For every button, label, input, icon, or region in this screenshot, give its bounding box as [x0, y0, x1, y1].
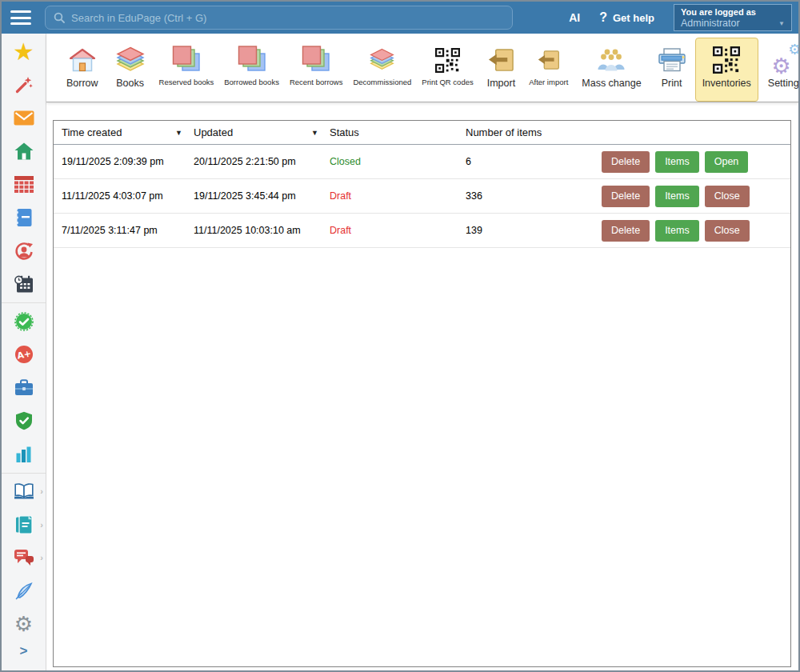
sidebar-expand-button[interactable]: >	[2, 641, 46, 662]
toolbar-item-mass-change[interactable]: Mass change	[574, 38, 648, 102]
sidebar-item-settings[interactable]: ⚙	[2, 608, 46, 642]
book-stack-icon	[369, 42, 395, 78]
quill-icon	[14, 582, 34, 601]
cell-status: Draft	[330, 190, 466, 202]
house-icon	[69, 42, 96, 78]
magic-wand-icon	[14, 75, 34, 94]
toolbar-item-recent-borrows[interactable]: Recent borrows	[286, 38, 347, 102]
sidebar-item-timetable[interactable]	[2, 168, 46, 202]
column-header-number-of-items: Number of items	[466, 126, 602, 138]
sidebar-item-chat[interactable]: ›	[2, 542, 46, 575]
sidebar-item-favorites[interactable]: ★	[2, 35, 46, 69]
stacked-cards-icon	[172, 42, 201, 78]
cell-number-of-items: 336	[466, 190, 602, 202]
sidebar-item-security[interactable]	[2, 405, 46, 438]
table-row: 19/11/2025 2:09:39 pm 20/11/2025 2:21:50…	[54, 145, 790, 179]
column-header-time-created: Time created ▼	[62, 126, 194, 138]
cell-updated: 19/11/2025 3:45:44 pm	[194, 190, 330, 202]
cell-time-created: 19/11/2025 2:09:39 pm	[62, 156, 194, 167]
close-button[interactable]: Close	[705, 220, 750, 242]
table-header-row: Time created ▼ Updated ▼ Status Number o…	[54, 121, 790, 145]
inventories-content: Time created ▼ Updated ▼ Status Number o…	[46, 102, 798, 670]
attendance-check-icon	[14, 312, 34, 331]
column-header-status: Status	[330, 126, 466, 138]
toolbar-item-borrowed-books[interactable]: Borrowed books	[220, 38, 283, 102]
items-button[interactable]: Items	[655, 186, 699, 207]
sidebar-divider	[2, 302, 46, 303]
sidebar-item-wizard[interactable]	[2, 69, 46, 102]
open-button[interactable]: Open	[705, 151, 749, 173]
get-help-button[interactable]: ? Get help	[599, 10, 654, 25]
inventories-table: Time created ▼ Updated ▼ Status Number o…	[53, 120, 791, 667]
cell-status: Draft	[330, 225, 466, 236]
sidebar-item-documents[interactable]: ›	[2, 508, 46, 542]
toolbar-item-import[interactable]: Import	[480, 38, 522, 102]
toolbar-item-print[interactable]: Print	[651, 38, 693, 102]
chat-icon	[14, 549, 34, 566]
toolbar-item-inventories[interactable]: Inventories	[695, 38, 758, 102]
close-button[interactable]: Close	[705, 186, 750, 207]
delete-button[interactable]: Delete	[602, 151, 650, 173]
sidebar-item-results[interactable]	[2, 438, 46, 471]
cell-time-created: 11/11/2025 4:03:07 pm	[62, 190, 194, 202]
settings-gear-icon: ⚙	[14, 614, 33, 634]
chevron-down-icon: ▼	[778, 20, 785, 27]
grades-icon: A+	[14, 345, 34, 364]
items-button[interactable]: Items	[655, 151, 699, 173]
sidebar-item-agenda[interactable]	[2, 371, 46, 405]
star-icon: ★	[13, 40, 34, 64]
briefcase-icon	[14, 379, 34, 397]
get-help-label: Get help	[613, 12, 654, 24]
toolbar-item-settings[interactable]: ⚙ ⚙ Settings	[761, 38, 800, 102]
topbar: Search in EduPage (Ctrl + G) AI ? Get he…	[2, 2, 798, 34]
sort-dropdown-icon[interactable]: ▼	[175, 129, 182, 137]
sort-dropdown-icon[interactable]: ▼	[311, 129, 318, 137]
import-icon	[488, 42, 514, 78]
ai-button[interactable]: AI	[569, 11, 580, 24]
sidebar-item-messages[interactable]	[2, 102, 46, 135]
expand-arrow-icon: ›	[40, 486, 43, 496]
delete-button[interactable]: Delete	[602, 186, 650, 207]
toolbar-item-books[interactable]: Books	[108, 38, 153, 102]
stacked-cards-icon	[238, 42, 266, 78]
logged-as-value: Administrator	[681, 18, 740, 30]
sidebar-item-library[interactable]: ›	[2, 475, 46, 509]
sidebar-item-grades[interactable]: A+	[2, 338, 46, 372]
search-placeholder: Search in EduPage (Ctrl + G)	[71, 12, 206, 24]
stacked-cards-icon	[302, 42, 330, 78]
items-button[interactable]: Items	[655, 220, 699, 242]
cell-updated: 11/11/2025 10:03:10 am	[194, 225, 330, 236]
sidebar-item-substitution[interactable]	[2, 234, 46, 268]
logged-as-label: You are logged as	[681, 6, 785, 18]
cell-number-of-items: 139	[466, 225, 602, 236]
delete-button[interactable]: Delete	[602, 220, 650, 242]
expand-arrow-icon: ›	[40, 520, 43, 530]
toolbar-item-print-qr-codes[interactable]: Print QR codes	[418, 38, 477, 102]
toolbar-item-decommissioned[interactable]: Decommissioned	[349, 38, 415, 102]
sidebar-item-notes[interactable]	[2, 574, 46, 608]
gears-icon: ⚙ ⚙	[772, 42, 799, 78]
toolbar-item-borrow[interactable]: Borrow	[59, 38, 106, 102]
sidebar-item-attendance[interactable]	[2, 305, 46, 338]
expand-arrow-icon: ›	[40, 553, 43, 562]
sidebar-item-classbook[interactable]	[2, 202, 46, 235]
cell-number-of-items: 6	[466, 156, 602, 167]
toolbar-item-reserved-books[interactable]: Reserved books	[155, 38, 218, 102]
sidebar-divider	[2, 473, 46, 474]
hamburger-menu-icon[interactable]	[10, 9, 32, 26]
qr-code-icon	[435, 42, 460, 78]
sidebar-item-home[interactable]	[2, 135, 46, 169]
table-empty-area	[54, 248, 790, 666]
printer-icon	[658, 42, 686, 78]
sidebar-item-planner[interactable]	[2, 268, 46, 302]
edupage-window: Search in EduPage (Ctrl + G) AI ? Get he…	[0, 0, 800, 672]
qr-code-icon	[713, 42, 740, 78]
toolbar-item-after-import[interactable]: After import	[525, 38, 572, 102]
logged-as-dropdown[interactable]: You are logged as Administrator ▼	[674, 4, 792, 31]
mail-icon	[14, 110, 34, 126]
search-icon	[54, 12, 65, 23]
library-toolbar: Borrow Books	[46, 34, 798, 102]
documents-icon	[15, 515, 33, 534]
sidebar: ★	[2, 34, 46, 670]
search-input[interactable]: Search in EduPage (Ctrl + G)	[45, 6, 513, 30]
